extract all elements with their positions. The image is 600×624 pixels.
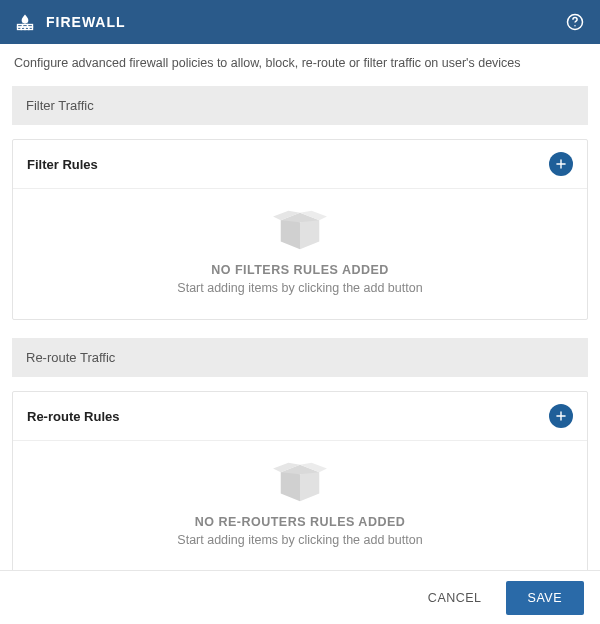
reroute-empty-subtitle: Start adding items by clicking the add b… xyxy=(23,533,577,547)
add-reroute-rule-button[interactable] xyxy=(549,404,573,428)
svg-point-8 xyxy=(574,25,576,27)
reroute-section-title: Re-route Traffic xyxy=(12,338,588,377)
footer-actions: CANCEL SAVE xyxy=(0,570,600,624)
reroute-empty-state: NO RE-ROUTERS RULES ADDED Start adding i… xyxy=(13,441,587,570)
filter-section-title: Filter Traffic xyxy=(12,86,588,125)
add-filter-rule-button[interactable] xyxy=(549,152,573,176)
reroute-traffic-section: Re-route Traffic Re-route Rules xyxy=(12,338,588,570)
empty-box-icon xyxy=(269,455,331,507)
filter-card-title: Filter Rules xyxy=(27,157,549,172)
content-area: Configure advanced firewall policies to … xyxy=(0,44,600,570)
filter-empty-title: NO FILTERS RULES ADDED xyxy=(23,263,577,277)
filter-card-header: Filter Rules xyxy=(13,140,587,189)
save-button[interactable]: SAVE xyxy=(506,581,584,615)
filter-traffic-section: Filter Traffic Filter Rules xyxy=(12,86,588,320)
plus-icon xyxy=(554,409,568,423)
page-description: Configure advanced firewall policies to … xyxy=(0,44,600,80)
svg-rect-6 xyxy=(29,27,33,30)
reroute-rules-card: Re-route Rules NO RE xyxy=(12,391,588,570)
filter-empty-subtitle: Start adding items by clicking the add b… xyxy=(23,281,577,295)
reroute-card-header: Re-route Rules xyxy=(13,392,587,441)
page-header: FIREWALL xyxy=(0,0,600,44)
cancel-button[interactable]: CANCEL xyxy=(422,583,488,613)
plus-icon xyxy=(554,157,568,171)
page-title: FIREWALL xyxy=(46,14,564,30)
firewall-icon xyxy=(14,11,36,33)
reroute-card-title: Re-route Rules xyxy=(27,409,549,424)
reroute-empty-title: NO RE-ROUTERS RULES ADDED xyxy=(23,515,577,529)
filter-empty-state: NO FILTERS RULES ADDED Start adding item… xyxy=(13,189,587,319)
filter-rules-card: Filter Rules NO FILT xyxy=(12,139,588,320)
empty-box-icon xyxy=(269,203,331,255)
help-icon[interactable] xyxy=(564,11,586,33)
